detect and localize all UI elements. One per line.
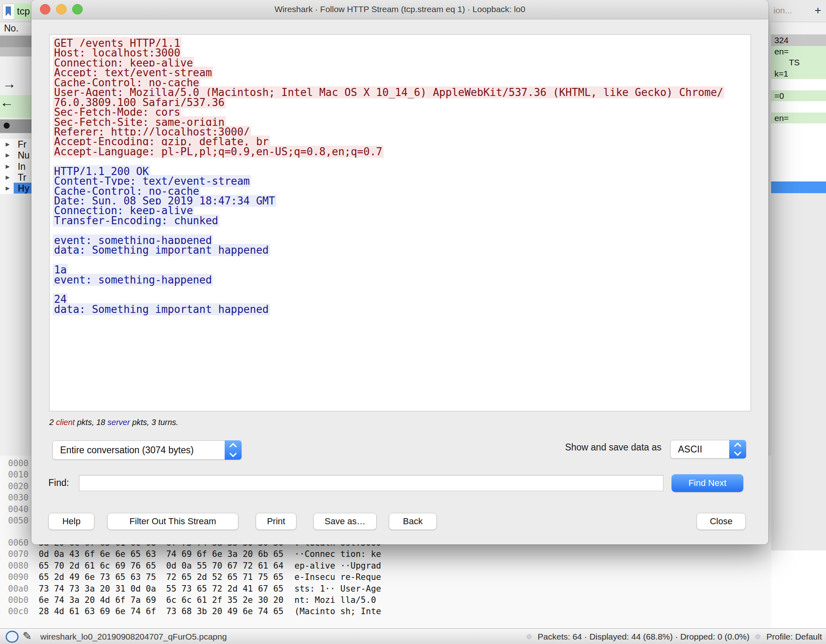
selected-row-highlight[interactable]	[771, 181, 826, 193]
hex-bytes: 28 4d 61 63 69 6e 74 6f 73 68 3b 20 49 6…	[39, 606, 284, 616]
stream-dot-icon	[4, 123, 10, 129]
hex-offset: 0020	[8, 481, 29, 491]
stream-content-box[interactable]: GET /events HTTP/1.1Host: localhost:3000…	[49, 34, 751, 411]
stream-line	[53, 285, 751, 294]
hex-offset: 0070	[8, 549, 29, 559]
expand-triangle-icon[interactable]: ▶	[6, 152, 10, 158]
hex-bytes: 65 70 2d 61 6c 69 76 65 0d 0a 55 70 67 7…	[39, 561, 284, 571]
hex-offset: 00b0	[8, 595, 29, 605]
expand-triangle-icon[interactable]: ▶	[6, 163, 10, 169]
show-save-label: Show and save data as	[565, 442, 661, 453]
tree-row-label: Fr	[18, 139, 27, 150]
close-button[interactable]: Close	[697, 513, 746, 530]
hex-row[interactable]: 00b06e 74 3a 20 4d 6f 7a 69 6c 6c 61 2f …	[0, 595, 772, 606]
stream-line: 1a	[53, 265, 751, 275]
packet-row-fragment[interactable]: TS	[771, 57, 826, 68]
hex-ascii: (Macinto sh; Inte	[294, 606, 381, 616]
stream-line: Transfer-Encoding: chunked	[53, 216, 751, 225]
stream-line: data: Something important happened	[53, 304, 751, 314]
stream-line	[53, 255, 751, 265]
client-word: client	[56, 418, 75, 427]
tree-row-label: Tr	[18, 172, 26, 183]
print-button[interactable]: Print	[256, 513, 296, 530]
hex-ascii: e-Insecu re-Reque	[294, 572, 381, 582]
status-dot-icon	[527, 634, 532, 639]
filter-out-stream-button[interactable]: Filter Out This Stream	[107, 513, 238, 530]
hex-row[interactable]: 00c028 4d 61 63 69 6e 74 6f 73 68 3b 20 …	[0, 606, 772, 618]
stepper-icon[interactable]	[729, 440, 746, 459]
packet-list-right: 324en=TSk=1=0en=	[771, 35, 826, 123]
capture-comment-icon[interactable]: ✎	[23, 630, 32, 643]
save-as-button[interactable]: Save as…	[313, 513, 377, 530]
conversation-select[interactable]: Entire conversation (3074 bytes)	[52, 440, 242, 460]
find-next-button[interactable]: Find Next	[672, 474, 743, 492]
stream-line: User-Agent: Mozilla/5.0 (Macintosh; Inte…	[53, 88, 751, 97]
find-input[interactable]	[79, 475, 663, 491]
conversation-select-value: Entire conversation (3074 bytes)	[60, 441, 194, 459]
stream-line	[53, 156, 751, 166]
hex-row[interactable]: 008065 70 2d 61 6c 69 76 65 0d 0a 55 70 …	[0, 561, 772, 572]
packet-row-fragment[interactable]: en=	[771, 46, 826, 57]
stream-line: data: Something important happened	[53, 245, 751, 255]
packet-row-fragment[interactable]: 324	[771, 35, 826, 46]
packet-cell-text: =0	[774, 91, 784, 100]
hex-bytes: 6e 74 3a 20 4d 6f 7a 69 6c 6c 61 2f 35 2…	[39, 595, 284, 605]
hex-bytes: 65 2d 49 6e 73 65 63 75 72 65 2d 52 65 7…	[39, 572, 284, 582]
dialog-titlebar[interactable]: Wireshark · Follow HTTP Stream (tcp.stre…	[31, 0, 768, 19]
hex-ascii: sts: 1·· User-Age	[294, 584, 381, 594]
dialog-title: Wireshark · Follow HTTP Stream (tcp.stre…	[31, 0, 768, 19]
packet-cell-text: 324	[774, 35, 788, 45]
expression-button-fragment[interactable]: ion...	[774, 6, 792, 15]
stream-line: Accept-Language: pl-PL,pl;q=0.9,en-US;q=…	[53, 147, 751, 156]
stream-stats: 2 client pkts, 18 server pkts, 3 turns.	[49, 418, 178, 427]
hex-row[interactable]: 009065 2d 49 6e 73 65 63 75 72 65 2d 52 …	[0, 572, 772, 584]
format-select[interactable]: ASCII	[670, 440, 746, 459]
hex-ascii: ep-alive ··Upgrad	[294, 561, 381, 571]
hex-offset: 0090	[8, 572, 29, 582]
format-select-value: ASCII	[678, 440, 702, 458]
back-button[interactable]: Back	[389, 513, 437, 530]
hex-ascii: ··Connec tion: ke	[294, 549, 381, 559]
add-filter-button[interactable]: +	[815, 4, 821, 17]
expand-triangle-icon[interactable]: ▶	[6, 174, 10, 180]
request-arrow-icon: →	[2, 77, 16, 90]
tree-row-label: In	[18, 161, 25, 172]
help-button[interactable]: Help	[48, 513, 94, 530]
expand-triangle-icon[interactable]: ▶	[6, 141, 10, 147]
packet-cell-text: en=	[774, 113, 789, 123]
tree-row-label: Nu	[18, 150, 29, 161]
toolbar-right-fragment: ion... +	[771, 0, 826, 22]
hex-row[interactable]: 00a073 74 73 3a 20 31 0d 0a 55 73 65 72 …	[0, 584, 772, 595]
stream-line: Content-Type: text/event-stream	[53, 176, 751, 186]
stream-content: GET /events HTTP/1.1Host: localhost:3000…	[50, 35, 751, 314]
packet-row-fragment[interactable]: =0	[771, 90, 826, 102]
hex-offset: 0030	[8, 493, 29, 502]
stream-line: Sec-Fetch-Mode: cors	[53, 107, 751, 117]
packet-cell-text: k=1	[774, 69, 788, 78]
hex-offset: 0050	[8, 516, 29, 525]
packet-row-fragment[interactable]	[771, 79, 826, 90]
expert-info-icon[interactable]	[6, 631, 19, 643]
hex-row[interactable]: 00700d 0a 43 6f 6e 6e 65 63 74 69 6f 6e …	[0, 549, 772, 561]
packet-row-fragment[interactable]	[771, 101, 826, 113]
hex-offset: 0040	[8, 504, 29, 514]
hex-ascii: nt: Mozi lla/5.0	[294, 595, 376, 605]
hex-offset: 0060	[8, 538, 29, 548]
hex-bytes: 73 74 73 3a 20 31 0d 0a 55 73 65 72 2d 4…	[39, 584, 284, 594]
bookmark-icon	[6, 6, 11, 16]
tree-row-label: Hy	[18, 183, 29, 194]
stepper-icon[interactable]	[225, 440, 242, 460]
filter-bookmark-button[interactable]	[2, 4, 15, 20]
main-window-right-strip: ion... + 324en=TSk=1=0en=	[771, 0, 826, 644]
hex-offset: 0010	[8, 470, 29, 479]
packet-row-fragment[interactable]: en=	[771, 113, 826, 124]
pane-background-right	[771, 193, 826, 550]
packet-row-fragment[interactable]: k=1	[771, 68, 826, 79]
hex-offset: 0080	[8, 561, 29, 571]
hex-offset: 00a0	[8, 584, 29, 594]
find-label: Find:	[48, 477, 69, 488]
profile-label[interactable]: Profile: Default	[766, 632, 822, 642]
stream-line: event: something-happened	[53, 275, 751, 285]
packet-list-header-right	[771, 22, 826, 35]
expand-triangle-icon[interactable]: ▶	[6, 185, 10, 191]
